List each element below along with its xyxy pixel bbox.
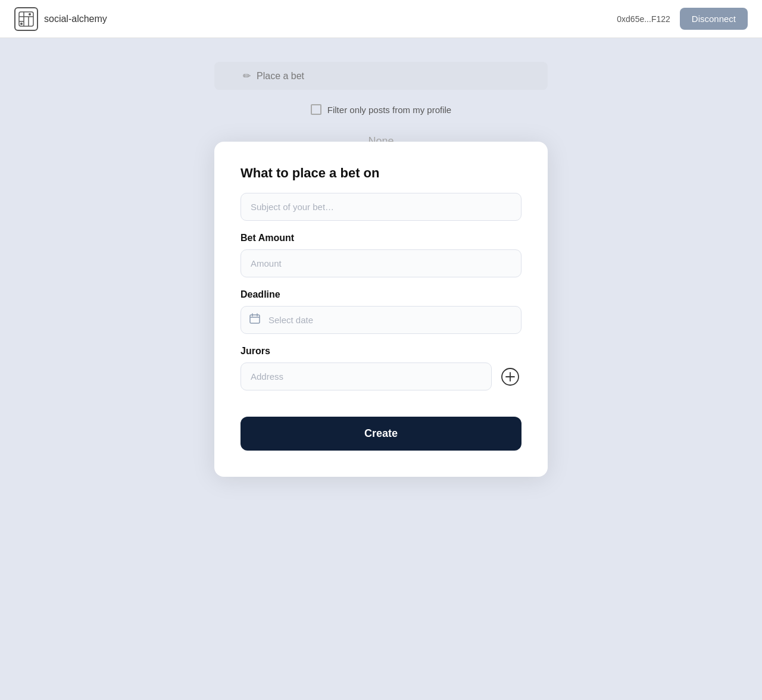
navbar: social-alchemy 0xd65e...F122 Disconnect: [0, 0, 762, 38]
create-button[interactable]: Create: [241, 417, 521, 451]
subject-group: [241, 193, 521, 221]
jurors-group: Jurors: [241, 346, 521, 390]
filter-label: Filter only posts from my profile: [327, 105, 451, 115]
disconnect-button[interactable]: Disconnect: [680, 8, 748, 30]
svg-point-5: [29, 13, 31, 15]
modal-card: What to place a bet on Bet Amount Deadli…: [214, 142, 548, 477]
subject-input[interactable]: [241, 193, 521, 221]
filter-checkbox[interactable]: [311, 104, 321, 115]
brand: social-alchemy: [14, 7, 107, 31]
svg-point-6: [20, 23, 23, 25]
address-input[interactable]: [241, 362, 492, 390]
jurors-label: Jurors: [241, 346, 521, 357]
amount-input[interactable]: [241, 249, 521, 277]
place-bet-bar[interactable]: ✏ Place a bet: [214, 62, 548, 90]
deadline-label: Deadline: [241, 289, 521, 300]
brand-name: social-alchemy: [44, 14, 107, 24]
pencil-icon: ✏: [243, 70, 251, 82]
jurors-row: [241, 362, 521, 390]
filter-row: Filter only posts from my profile: [311, 104, 451, 115]
deadline-group: Deadline: [241, 289, 521, 334]
brand-logo: [14, 7, 38, 31]
date-input[interactable]: [241, 306, 521, 334]
bet-amount-group: Bet Amount: [241, 233, 521, 277]
main-content: ✏ Place a bet Filter only posts from my …: [0, 38, 762, 501]
wallet-address: 0xd65e...F122: [617, 14, 670, 24]
bet-amount-label: Bet Amount: [241, 233, 521, 243]
place-bet-label: Place a bet: [257, 71, 304, 82]
navbar-right: 0xd65e...F122 Disconnect: [617, 8, 748, 30]
date-input-wrapper: [241, 306, 521, 334]
modal-title: What to place a bet on: [241, 165, 521, 181]
add-juror-button[interactable]: [499, 365, 521, 388]
